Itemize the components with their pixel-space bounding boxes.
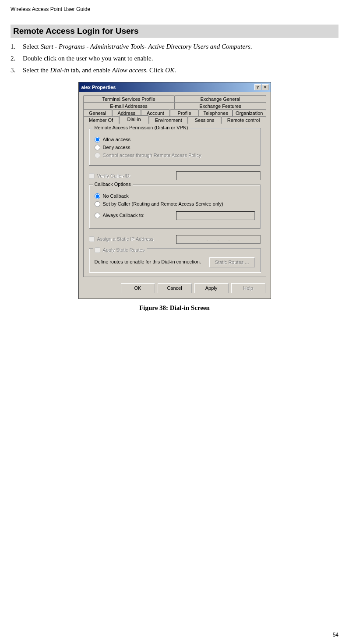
figure-caption: Figure 38: Dial-in Screen — [11, 304, 338, 312]
list-item: 3. Select the Dial-in tab, and enable Al… — [11, 66, 338, 75]
radio-label: Allow access — [103, 137, 131, 142]
tab-environment[interactable]: Environment — [149, 116, 188, 124]
section-title: Remote Access Login for Users — [11, 25, 338, 38]
item-number: 1. — [11, 42, 23, 51]
ip-address-input: ... — [176, 235, 261, 244]
static-routes-button: Static Routes ... — [209, 257, 255, 267]
text-part: . Click — [146, 67, 166, 74]
tab-row: Member Of Dial-in Environment Sessions R… — [83, 116, 266, 124]
dialog-button-row: OK Cancel Apply Help — [79, 281, 271, 299]
radio-label: Control access through Remote Access Pol… — [103, 153, 201, 158]
tab-terminal-services[interactable]: Terminal Services Profile — [83, 95, 175, 103]
tab-row: Terminal Services Profile Exchange Gener… — [83, 95, 266, 103]
callback-groupbox: Callback Options No Callback Set by Call… — [89, 185, 261, 229]
radio-allow-access[interactable]: Allow access — [95, 137, 255, 142]
tab-email-addresses[interactable]: E-mail Addresses — [83, 102, 175, 110]
radio-set-by-caller[interactable]: Set by Caller (Routing and Remote Access… — [95, 201, 255, 207]
item-text: Select the Dial-in tab, and enable Allow… — [23, 66, 176, 75]
checkbox-label: Verify Caller-ID: — [97, 173, 131, 179]
cancel-button[interactable]: Cancel — [158, 283, 192, 293]
list-item: 2. Double click on the user who you want… — [11, 54, 338, 63]
italic-text: OK — [165, 67, 174, 74]
radio-label: Deny access — [103, 145, 130, 150]
checkbox-label: Assign a Static IP Address — [97, 236, 154, 242]
list-item: 1. Select Start - Programs - Administrat… — [11, 42, 338, 51]
assign-ip-row: Assign a Static IP Address ... — [89, 234, 261, 244]
tab-panel: Remote Access Permission (Dial-in or VPN… — [83, 123, 266, 277]
tab-exchange-features[interactable]: Exchange Features — [175, 102, 266, 110]
tab-general[interactable]: General — [83, 109, 112, 117]
dialog-screenshot: alex Properties ? × Terminal Services Pr… — [78, 82, 271, 299]
static-routes-groupbox: Apply Static Routes Define routes to ena… — [89, 248, 261, 272]
radio-input[interactable] — [95, 145, 100, 150]
checkbox-input — [89, 236, 95, 242]
verify-caller-checkbox: Verify Caller-ID: — [89, 173, 173, 179]
apply-button[interactable]: Apply — [194, 283, 229, 293]
radio-always-callback[interactable]: Always Callback to: — [95, 210, 255, 221]
italic-text: Dial-in — [50, 67, 69, 74]
radio-input[interactable] — [95, 137, 100, 142]
verify-caller-row: Verify Caller-ID: — [89, 171, 261, 181]
permission-groupbox: Remote Access Permission (Dial-in or VPN… — [89, 128, 261, 166]
radio-label: Set by Caller (Routing and Remote Access… — [103, 201, 223, 207]
text-part: Select the — [23, 67, 50, 74]
radio-input — [95, 153, 100, 158]
text-part: Select — [23, 43, 40, 50]
tab-dial-in[interactable]: Dial-in — [119, 115, 149, 124]
titlebar: alex Properties ? × — [79, 82, 271, 92]
groupbox-title: Callback Options — [93, 181, 133, 187]
tab-row: E-mail Addresses Exchange Features — [83, 102, 266, 110]
radio-no-callback[interactable]: No Callback — [95, 193, 255, 199]
tab-container: Terminal Services Profile Exchange Gener… — [79, 92, 271, 124]
ok-button[interactable]: OK — [121, 283, 155, 293]
apply-routes-checkbox: Apply Static Routes — [93, 247, 147, 253]
text-part: . — [250, 43, 252, 50]
checkbox-input — [95, 247, 100, 253]
static-routes-row: Define routes to enable for this Dial-in… — [95, 257, 255, 267]
radio-control-access: Control access through Remote Access Pol… — [95, 153, 255, 158]
item-number: 2. — [11, 54, 23, 63]
properties-dialog: alex Properties ? × Terminal Services Pr… — [78, 82, 271, 299]
radio-label: Always Callback to: — [103, 213, 145, 218]
text-part: tab, and enable — [69, 67, 112, 74]
tab-telephones[interactable]: Telephones — [199, 109, 233, 117]
tab-exchange-general[interactable]: Exchange General — [175, 95, 266, 103]
italic-text: Allow access — [112, 67, 146, 74]
help-icon[interactable]: ? — [254, 84, 261, 90]
caller-id-input — [176, 171, 261, 180]
radio-input[interactable] — [95, 213, 100, 218]
tab-remote-control[interactable]: Remote control — [221, 116, 266, 124]
close-icon[interactable]: × — [262, 84, 269, 90]
page-number: 54 — [333, 632, 338, 638]
radio-label: No Callback — [103, 193, 129, 199]
callback-number-input — [176, 211, 255, 220]
tab-profile[interactable]: Profile — [170, 109, 199, 117]
titlebar-buttons: ? × — [254, 84, 269, 90]
page-header: Wireless Access Point User Guide — [11, 6, 338, 12]
checkbox-input — [89, 173, 95, 179]
text-part: . — [174, 67, 176, 74]
tab-member-of[interactable]: Member Of — [83, 116, 119, 124]
routes-description: Define routes to enable for this Dial-in… — [95, 259, 205, 265]
item-text: Double click on the user who you want to… — [23, 54, 153, 63]
dialog-title: alex Properties — [81, 85, 116, 90]
item-number: 3. — [11, 66, 23, 75]
item-text: Select Start - Programs - Administrative… — [23, 42, 252, 51]
groupbox-title: Remote Access Permission (Dial-in or VPN… — [93, 125, 190, 130]
radio-deny-access[interactable]: Deny access — [95, 145, 255, 150]
assign-ip-checkbox: Assign a Static IP Address — [89, 236, 173, 242]
help-button: Help — [231, 283, 265, 293]
tab-row: General Address Account Profile Telephon… — [83, 109, 266, 117]
radio-input[interactable] — [95, 193, 100, 199]
radio-input[interactable] — [95, 201, 100, 207]
italic-text: Start - Programs - Administrative Tools-… — [40, 43, 250, 50]
tab-organization[interactable]: Organization — [233, 109, 266, 117]
instruction-list: 1. Select Start - Programs - Administrat… — [11, 42, 338, 75]
tab-sessions[interactable]: Sessions — [188, 116, 221, 124]
checkbox-label: Apply Static Routes — [103, 247, 145, 253]
